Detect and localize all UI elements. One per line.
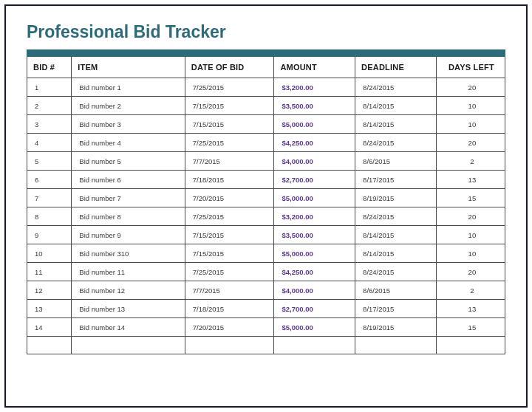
cell-amount: $5,000.00: [274, 189, 355, 207]
table-row: 4Bid number 47/25/2015$4,250.008/24/2015…: [27, 134, 505, 152]
cell-date_of_bid: 7/15/2015: [185, 115, 274, 134]
cell-days_left: 10: [436, 97, 505, 115]
cell-empty: [185, 337, 274, 354]
cell-days_left: 15: [436, 318, 505, 337]
cell-amount: $2,700.00: [274, 300, 355, 318]
page-title: Professional Bid Tracker: [27, 22, 505, 42]
cell-amount: $3,200.00: [274, 207, 355, 226]
cell-deadline: 8/19/2015: [355, 318, 437, 337]
cell-amount: $5,000.00: [274, 244, 355, 263]
table-row: 3Bid number 37/15/2015$5,000.008/14/2015…: [27, 115, 505, 134]
cell-date_of_bid: 7/7/2015: [185, 281, 274, 300]
cell-days_left: 2: [436, 152, 505, 171]
cell-date_of_bid: 7/18/2015: [185, 300, 274, 318]
cell-deadline: 8/24/2015: [355, 78, 437, 97]
cell-bid_num: 11: [27, 263, 72, 281]
cell-bid_num: 12: [27, 281, 72, 300]
col-header-amount: AMOUNT: [274, 57, 355, 78]
col-header-date-of-bid: DATE OF BID: [185, 57, 274, 78]
cell-deadline: 8/19/2015: [355, 189, 437, 207]
table-row: 10Bid number 3107/15/2015$5,000.008/14/2…: [27, 244, 505, 263]
col-header-bid-num: BID #: [27, 57, 72, 78]
cell-days_left: 20: [436, 263, 505, 281]
cell-deadline: 8/14/2015: [355, 226, 437, 244]
cell-item: Bid number 11: [72, 263, 185, 281]
cell-bid_num: 9: [27, 226, 72, 244]
table-header-row: BID # ITEM DATE OF BID AMOUNT DEADLINE D…: [27, 57, 505, 78]
cell-item: Bid number 8: [72, 207, 185, 226]
table-row: 2Bid number 27/15/2015$3,500.008/14/2015…: [27, 97, 505, 115]
cell-item: Bid number 4: [72, 134, 185, 152]
cell-amount: $5,000.00: [274, 115, 355, 134]
cell-item: Bid number 310: [72, 244, 185, 263]
cell-deadline: 8/24/2015: [355, 207, 437, 226]
cell-days_left: 13: [436, 300, 505, 318]
cell-bid_num: 5: [27, 152, 72, 171]
cell-item: Bid number 9: [72, 226, 185, 244]
cell-date_of_bid: 7/20/2015: [185, 318, 274, 337]
cell-item: Bid number 14: [72, 318, 185, 337]
cell-date_of_bid: 7/7/2015: [185, 152, 274, 171]
cell-empty: [355, 337, 437, 354]
cell-days_left: 10: [436, 244, 505, 263]
cell-deadline: 8/14/2015: [355, 115, 437, 134]
cell-empty: [436, 337, 505, 354]
cell-deadline: 8/6/2015: [355, 281, 437, 300]
cell-bid_num: 13: [27, 300, 72, 318]
cell-deadline: 8/14/2015: [355, 97, 437, 115]
cell-amount: $4,250.00: [274, 263, 355, 281]
table-row: 11Bid number 117/25/2015$4,250.008/24/20…: [27, 263, 505, 281]
accent-bar: [27, 49, 505, 57]
table-row: 12Bid number 127/7/2015$4,000.008/6/2015…: [27, 281, 505, 300]
cell-date_of_bid: 7/15/2015: [185, 97, 274, 115]
cell-bid_num: 2: [27, 97, 72, 115]
cell-deadline: 8/17/2015: [355, 300, 437, 318]
cell-bid_num: 14: [27, 318, 72, 337]
table-row: 6Bid number 67/18/2015$2,700.008/17/2015…: [27, 171, 505, 189]
document-frame: Professional Bid Tracker BID # ITEM DATE…: [4, 4, 528, 408]
cell-date_of_bid: 7/25/2015: [185, 78, 274, 97]
cell-date_of_bid: 7/18/2015: [185, 171, 274, 189]
col-header-deadline: DEADLINE: [355, 57, 437, 78]
table-row: 9Bid number 97/15/2015$3,500.008/14/2015…: [27, 226, 505, 244]
cell-deadline: 8/6/2015: [355, 152, 437, 171]
cell-item: Bid number 5: [72, 152, 185, 171]
cell-days_left: 13: [436, 171, 505, 189]
cell-item: Bid number 12: [72, 281, 185, 300]
cell-days_left: 10: [436, 226, 505, 244]
cell-amount: $3,200.00: [274, 78, 355, 97]
cell-amount: $2,700.00: [274, 171, 355, 189]
cell-bid_num: 1: [27, 78, 72, 97]
table-row: 1Bid number 17/25/2015$3,200.008/24/2015…: [27, 78, 505, 97]
cell-bid_num: 3: [27, 115, 72, 134]
cell-days_left: 20: [436, 134, 505, 152]
cell-amount: $4,250.00: [274, 134, 355, 152]
table-row: 5Bid number 57/7/2015$4,000.008/6/20152: [27, 152, 505, 171]
cell-deadline: 8/17/2015: [355, 171, 437, 189]
cell-amount: $4,000.00: [274, 152, 355, 171]
cell-date_of_bid: 7/15/2015: [185, 244, 274, 263]
cell-amount: $3,500.00: [274, 97, 355, 115]
cell-days_left: 20: [436, 207, 505, 226]
cell-bid_num: 8: [27, 207, 72, 226]
cell-bid_num: 6: [27, 171, 72, 189]
cell-item: Bid number 6: [72, 171, 185, 189]
col-header-days-left: DAYS LEFT: [436, 57, 505, 78]
cell-days_left: 20: [436, 78, 505, 97]
cell-date_of_bid: 7/25/2015: [185, 207, 274, 226]
col-header-item: ITEM: [72, 57, 185, 78]
cell-deadline: 8/24/2015: [355, 134, 437, 152]
cell-days_left: 2: [436, 281, 505, 300]
cell-item: Bid number 3: [72, 115, 185, 134]
table-row: 8Bid number 87/25/2015$3,200.008/24/2015…: [27, 207, 505, 226]
cell-deadline: 8/24/2015: [355, 263, 437, 281]
cell-empty: [27, 337, 72, 354]
table-row: 14Bid number 147/20/2015$5,000.008/19/20…: [27, 318, 505, 337]
cell-amount: $4,000.00: [274, 281, 355, 300]
cell-item: Bid number 2: [72, 97, 185, 115]
cell-days_left: 15: [436, 189, 505, 207]
cell-bid_num: 10: [27, 244, 72, 263]
cell-deadline: 8/14/2015: [355, 244, 437, 263]
cell-item: Bid number 1: [72, 78, 185, 97]
cell-empty: [274, 337, 355, 354]
